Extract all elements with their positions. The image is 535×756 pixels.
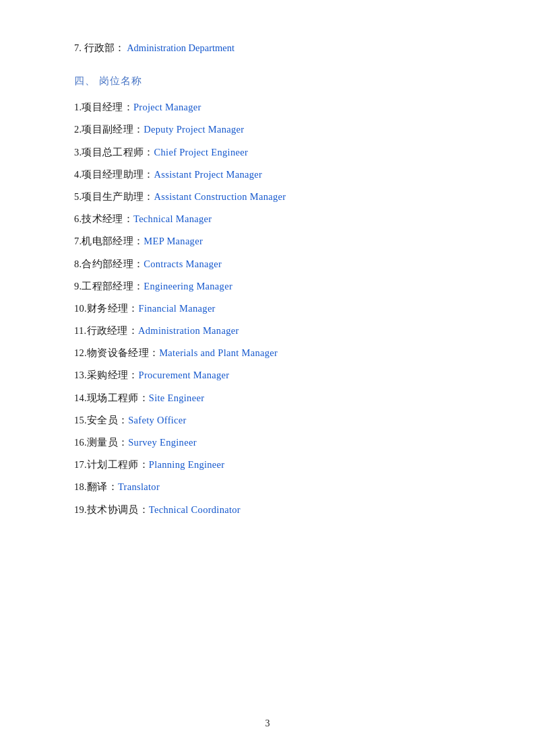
item-number: 18. xyxy=(74,481,87,492)
item-english: Planning Engineer xyxy=(149,459,225,470)
top-item-7: 7. 行政部： Administration Department xyxy=(74,40,468,56)
list-item: 18.翻译：Translator xyxy=(74,479,468,495)
item-english: Technical Coordinator xyxy=(149,504,241,515)
item-number: 7. xyxy=(74,236,82,246)
item-chinese: 技术协调员： xyxy=(87,504,149,515)
top-item-7-chinese: 7. xyxy=(74,42,82,53)
list-item: 7.机电部经理：MEP Manager xyxy=(74,234,468,249)
item-chinese: 行政经理： xyxy=(87,325,139,336)
list-item: 11.行政经理：Administration Manager xyxy=(74,323,468,339)
item-chinese: 安全员： xyxy=(87,415,128,425)
top-item-7-cn: 行政部： xyxy=(84,42,125,53)
item-english: Safety Officer xyxy=(128,415,186,425)
item-number: 17. xyxy=(74,459,87,470)
item-chinese: 合约部经理： xyxy=(82,259,144,269)
item-number: 13. xyxy=(74,370,87,380)
item-chinese: 测量员： xyxy=(87,437,128,448)
list-item: 16.测量员：Survey Engineer xyxy=(74,435,468,450)
item-chinese: 物资设备经理： xyxy=(87,347,159,358)
item-chinese: 项目总工程师： xyxy=(82,147,154,158)
item-chinese: 财务经理： xyxy=(87,303,139,314)
section-header: 四、 岗位名称 xyxy=(74,75,468,88)
item-number: 19. xyxy=(74,504,87,515)
item-english: Contracts Manager xyxy=(144,259,222,269)
list-item: 8.合约部经理：Contracts Manager xyxy=(74,256,468,272)
item-number: 12. xyxy=(74,347,87,358)
item-english: Technical Manager xyxy=(133,213,212,224)
item-english: Project Manager xyxy=(133,102,201,112)
item-number: 1. xyxy=(74,102,82,112)
item-number: 4. xyxy=(74,169,82,180)
item-number: 15. xyxy=(74,415,87,425)
list-item: 14.现场工程师：Site Engineer xyxy=(74,390,468,406)
item-chinese: 项目副经理： xyxy=(82,124,144,135)
item-chinese: 采购经理： xyxy=(87,370,139,380)
item-english: Chief Project Engineer xyxy=(154,147,248,158)
list-item: 5.项目生产助理：Assistant Construction Manager xyxy=(74,189,468,205)
list-item: 12.物资设备经理：Materials and Plant Manager xyxy=(74,345,468,361)
item-chinese: 现场工程师： xyxy=(87,392,149,403)
item-english: Survey Engineer xyxy=(128,437,197,448)
item-english: MEP Manager xyxy=(144,236,203,246)
list-item: 6.技术经理：Technical Manager xyxy=(74,211,468,227)
item-chinese: 翻译： xyxy=(87,481,118,492)
item-english: Site Engineer xyxy=(149,392,204,403)
item-english: Financial Manager xyxy=(139,303,216,314)
item-number: 16. xyxy=(74,437,87,448)
item-english: Deputy Project Manager xyxy=(144,124,244,135)
item-number: 2. xyxy=(74,124,82,135)
top-item-7-en: Administration Department xyxy=(127,42,234,53)
item-number: 11. xyxy=(74,325,87,336)
list-item: 2.项目副经理：Deputy Project Manager xyxy=(74,122,468,137)
item-english: Materials and Plant Manager xyxy=(159,347,278,358)
items-list: 1.项目经理：Project Manager2.项目副经理：Deputy Pro… xyxy=(74,100,468,518)
list-item: 17.计划工程师：Planning Engineer xyxy=(74,457,468,473)
item-english: Assistant Project Manager xyxy=(154,169,263,180)
item-chinese: 项目经理： xyxy=(82,102,133,112)
item-number: 9. xyxy=(74,281,82,291)
list-item: 10.财务经理：Financial Manager xyxy=(74,301,468,316)
list-item: 9.工程部经理：Engineering Manager xyxy=(74,279,468,294)
item-number: 5. xyxy=(74,191,82,202)
item-english: Engineering Manager xyxy=(144,281,232,291)
item-chinese: 技术经理： xyxy=(82,213,133,224)
item-english: Procurement Manager xyxy=(139,370,230,380)
page: 7. 行政部： Administration Department 四、 岗位名… xyxy=(0,0,535,756)
list-item: 1.项目经理：Project Manager xyxy=(74,100,468,115)
list-item: 15.安全员：Safety Officer xyxy=(74,413,468,428)
item-chinese: 项目生产助理： xyxy=(82,191,154,202)
item-chinese: 机电部经理： xyxy=(82,236,144,246)
item-english: Translator xyxy=(118,481,160,492)
list-item: 3.项目总工程师：Chief Project Engineer xyxy=(74,145,468,160)
item-chinese: 计划工程师： xyxy=(87,459,149,470)
item-english: Assistant Construction Manager xyxy=(154,191,286,202)
item-chinese: 项目经理助理： xyxy=(82,169,154,180)
item-number: 3. xyxy=(74,147,82,158)
item-number: 14. xyxy=(74,392,87,403)
list-item: 4.项目经理助理：Assistant Project Manager xyxy=(74,167,468,182)
item-english: Administration Manager xyxy=(138,325,239,336)
item-chinese: 工程部经理： xyxy=(82,281,144,291)
item-number: 8. xyxy=(74,259,82,269)
page-number: 3 xyxy=(265,718,270,729)
list-item: 13.采购经理：Procurement Manager xyxy=(74,368,468,383)
item-number: 10. xyxy=(74,303,87,314)
list-item: 19.技术协调员：Technical Coordinator xyxy=(74,502,468,518)
item-number: 6. xyxy=(74,213,82,224)
